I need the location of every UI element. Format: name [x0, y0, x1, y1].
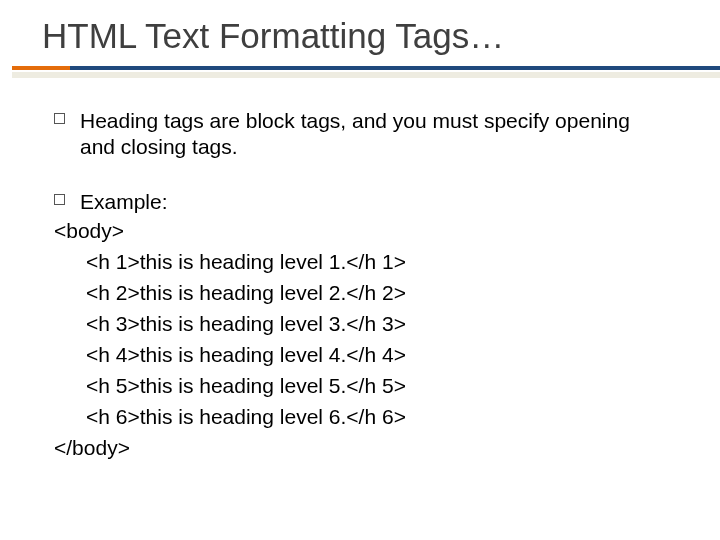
code-line: <h 4>this is heading level 4.</h 4> — [86, 339, 666, 370]
example-block: Example: <body> <h 1>this is heading lev… — [54, 189, 666, 464]
code-line: <h 2>this is heading level 2.</h 2> — [86, 277, 666, 308]
code-block: <body> <h 1>this is heading level 1.</h … — [54, 215, 666, 464]
slide-title: HTML Text Formatting Tags… — [0, 0, 720, 66]
square-bullet-icon — [54, 194, 65, 205]
code-line: <body> — [54, 215, 666, 246]
code-line: <h 1>this is heading level 1.</h 1> — [86, 246, 666, 277]
code-line: <h 5>this is heading level 5.</h 5> — [86, 370, 666, 401]
bullet-item: Heading tags are block tags, and you mus… — [54, 108, 666, 161]
example-label: Example: — [80, 189, 168, 215]
content-area: Heading tags are block tags, and you mus… — [0, 78, 720, 463]
accent-bar — [12, 66, 70, 70]
title-underline — [0, 66, 720, 78]
code-line: <h 3>this is heading level 3.</h 3> — [86, 308, 666, 339]
code-line: <h 6>this is heading level 6.</h 6> — [86, 401, 666, 432]
square-bullet-icon — [54, 113, 65, 124]
bullet-text: Heading tags are block tags, and you mus… — [80, 108, 666, 161]
code-line: </body> — [54, 432, 666, 463]
bullet-item: Example: — [54, 189, 666, 215]
